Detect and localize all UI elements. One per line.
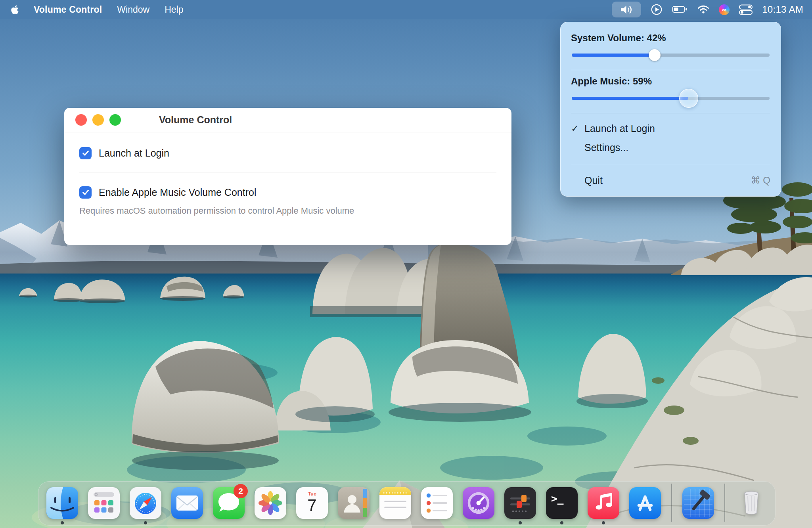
popover-separator: [571, 165, 770, 165]
dock-item-messages[interactable]: 2: [213, 487, 245, 519]
launchpad-icon: [88, 487, 120, 519]
dock-divider: [724, 484, 725, 522]
launch-at-login-row: Launch at Login: [79, 143, 496, 163]
dock-item-photos[interactable]: [255, 487, 286, 519]
menubar-menu-window[interactable]: Window: [117, 4, 149, 15]
popover-separator: [571, 70, 770, 70]
menu-item-quit[interactable]: Quit ⌘ Q: [571, 171, 770, 190]
menu-bar: Volume Control Window Help ∞ 10:13 AM: [0, 0, 812, 19]
menubar-clock[interactable]: 10:13 AM: [762, 4, 803, 15]
dock-item-notes[interactable]: [379, 487, 411, 519]
photos-icon: [255, 487, 286, 519]
gauge-app-icon: [463, 487, 494, 519]
check-icon: [81, 188, 90, 197]
check-icon: [81, 149, 90, 157]
launch-at-login-checkbox[interactable]: [79, 147, 92, 159]
dock-item-reminders[interactable]: [421, 487, 453, 519]
system-volume-track[interactable]: [572, 54, 770, 57]
minimize-button[interactable]: [92, 114, 104, 126]
volume-menu-extra[interactable]: [612, 2, 641, 17]
apple-music-volume-label: Apple Music: 59%: [571, 76, 770, 87]
menu-item-label: Settings...: [584, 142, 628, 153]
window-titlebar[interactable]: Volume Control: [64, 108, 511, 132]
safari-icon: [130, 487, 161, 519]
volume-popover: System Volume: 42% Apple Music: 59% ✓ La…: [560, 22, 781, 197]
dock-item-safari[interactable]: [130, 487, 161, 519]
control-center-icon: [739, 4, 753, 15]
window-title: Volume Control: [159, 114, 232, 126]
rainbow-circle-icon[interactable]: ∞: [719, 4, 730, 15]
system-volume-label: System Volume: 42%: [571, 33, 770, 44]
wifi-icon: [697, 5, 709, 14]
svg-text:>_: >_: [551, 493, 564, 505]
enable-apple-music-label: Enable Apple Music Volume Control: [99, 187, 256, 198]
control-center-menu-extra[interactable]: [739, 4, 753, 15]
dock-item-launchpad[interactable]: [88, 487, 120, 519]
dock-divider: [671, 484, 672, 522]
battery-icon: [672, 5, 688, 14]
automation-permission-caption: Requires macOS automation permission to …: [79, 206, 496, 216]
terminal-icon: >_: [546, 487, 578, 519]
app-store-icon: [629, 487, 661, 519]
zoom-button[interactable]: [109, 114, 121, 126]
apple-music-volume-thumb[interactable]: [679, 89, 698, 108]
xcode-icon: [682, 487, 714, 519]
dock-item-trash[interactable]: [735, 487, 767, 519]
contacts-icon: [338, 487, 370, 519]
speaker-icon: [620, 4, 633, 15]
playback-menu-extra[interactable]: [651, 4, 663, 15]
enable-apple-music-row: Enable Apple Music Volume Control: [79, 183, 496, 202]
dock-item-finder[interactable]: [46, 487, 78, 519]
system-volume-slider[interactable]: [571, 48, 770, 62]
quit-shortcut: ⌘ Q: [751, 175, 770, 186]
dock-item-xcode[interactable]: [682, 487, 714, 519]
apple-music-volume-slider[interactable]: [571, 92, 770, 105]
menubar-app-name[interactable]: Volume Control: [34, 4, 102, 15]
music-icon: [588, 487, 619, 519]
dock-item-contacts[interactable]: [338, 487, 370, 519]
dock-item-mail[interactable]: [171, 487, 203, 519]
messages-badge: 2: [234, 484, 248, 498]
finder-icon: [46, 487, 78, 519]
svg-text:7: 7: [307, 496, 316, 515]
running-indicator: [560, 521, 563, 524]
apple-music-volume-track[interactable]: [572, 97, 770, 100]
dock-item-app-store[interactable]: [629, 487, 661, 519]
dock-item-terminal[interactable]: >_: [546, 487, 578, 519]
running-indicator: [144, 521, 147, 524]
checkmark-icon: ✓: [571, 123, 584, 134]
enable-apple-music-checkbox[interactable]: [79, 186, 92, 199]
dock-item-calendar[interactable]: Tue7: [296, 487, 328, 519]
reminders-icon: [421, 487, 453, 519]
menu-item-settings[interactable]: Settings...: [571, 138, 770, 157]
desktop: Volume Control Window Help ∞ 10:13 AM Sy…: [0, 0, 812, 528]
wifi-menu-extra[interactable]: [697, 5, 709, 14]
dock: 2 Tue7 >_: [38, 481, 776, 526]
volume-control-window: Volume Control Launch at Login Enable Ap…: [64, 108, 511, 245]
trash-icon: [735, 487, 767, 519]
window-separator: [79, 172, 496, 172]
menu-item-label: Quit: [584, 175, 603, 186]
menubar-menu-help[interactable]: Help: [165, 4, 183, 15]
battery-menu-extra[interactable]: [672, 5, 688, 14]
running-indicator: [519, 521, 522, 524]
running-indicator: [61, 521, 64, 524]
apple-menu-icon[interactable]: [11, 5, 19, 15]
dock-item-volume-mixer[interactable]: [504, 487, 536, 519]
menu-item-launch-at-login[interactable]: ✓ Launch at Login: [571, 119, 770, 138]
play-circle-icon: [651, 4, 663, 15]
dock-item-gauge-app[interactable]: [463, 487, 494, 519]
calendar-icon: Tue7: [296, 487, 328, 519]
menu-item-label: Launch at Login: [584, 123, 655, 134]
popover-separator: [571, 113, 770, 113]
system-volume-thumb[interactable]: [649, 49, 661, 61]
launch-at-login-label: Launch at Login: [99, 147, 169, 159]
volume-mixer-icon: [504, 487, 536, 519]
close-button[interactable]: [75, 114, 87, 126]
running-indicator: [602, 521, 605, 524]
mail-icon: [171, 487, 203, 519]
notes-icon: [379, 487, 411, 519]
dock-item-music[interactable]: [588, 487, 619, 519]
